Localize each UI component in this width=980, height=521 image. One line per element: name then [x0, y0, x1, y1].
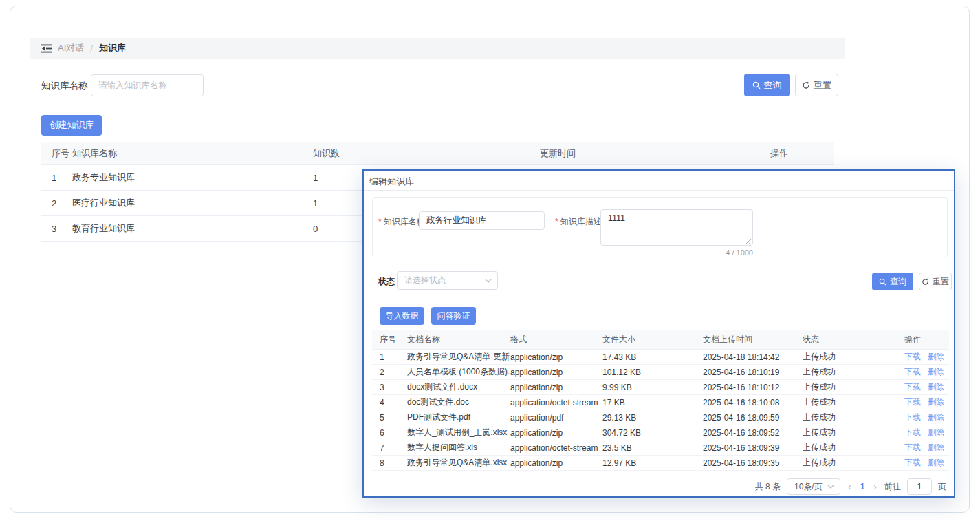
breadcrumb-current: 知识库 [99, 42, 126, 54]
goto-page-input[interactable] [907, 478, 932, 495]
download-link[interactable]: 下载 [904, 412, 921, 423]
download-link[interactable]: 下载 [904, 396, 921, 408]
doc-table-row: 8政务引导常见Q&A清单.xlsxapplication/zip12.97 KB… [372, 456, 949, 471]
doc-table-row: 7数字人提问回答.xlsapplication/octet-stream23.5… [372, 440, 949, 456]
download-link[interactable]: 下载 [904, 351, 921, 363]
page-size-select[interactable]: 10条/页 [787, 478, 840, 495]
edit-kb-dialog: 编辑知识库 *知识库名称 *知识库描述 1111 4 / 1000 状态 请选择… [362, 169, 955, 498]
col-actions: 操作 [770, 147, 834, 160]
search-icon [879, 278, 886, 286]
page-suffix-label: 页 [938, 481, 946, 493]
row-actions: 下载删除 [904, 381, 949, 393]
row-actions: 下载删除 [904, 412, 949, 423]
row-actions: 下载删除 [904, 427, 949, 438]
col-update-time: 更新时间 [540, 147, 770, 160]
query-button[interactable]: 查询 [744, 74, 790, 96]
search-icon [752, 81, 761, 89]
required-mark: * [378, 217, 382, 226]
status-filter-label: 状态 [378, 276, 395, 288]
delete-link[interactable]: 删除 [928, 427, 944, 438]
row-actions: 下载删除 [904, 396, 949, 408]
doc-table-header: 序号 文档名称 格式 文件大小 文档上传时间 状态 操作 [372, 330, 949, 350]
row-actions: 下载删除 [904, 351, 949, 363]
breadcrumb-parent[interactable]: AI对话 [58, 42, 84, 54]
kb-edit-desc-textarea[interactable]: 1111 [600, 209, 753, 246]
goto-label: 前往 [884, 481, 901, 493]
col-kb-count: 知识数 [313, 147, 540, 160]
col-format: 格式 [510, 334, 602, 345]
col-index: 序号 [372, 334, 407, 345]
refresh-icon [922, 278, 929, 286]
doc-table-body: 1政务引导常见Q&A清单-更新.xlsxapplication/zip17.43… [372, 350, 949, 471]
doc-table-row: 5PDF测试文件.pdfapplication/pdf29.13 KB2025-… [372, 410, 949, 425]
doc-table-row: 3docx测试文件.docxapplication/zip9.99 KB2025… [372, 380, 949, 395]
download-link[interactable]: 下载 [904, 427, 921, 438]
dialog-title: 编辑知识库 [369, 176, 414, 188]
doc-table-row: 2人员名单模板 (1000条数据).xlsxapplication/zip101… [372, 365, 949, 380]
kb-edit-desc-label: *知识库描述 [555, 216, 602, 228]
col-index: 序号 [41, 147, 72, 160]
divider [372, 299, 948, 299]
kb-name-label: 知识库名称 [41, 80, 88, 92]
col-file-size: 文件大小 [602, 334, 703, 345]
reset-button[interactable]: 重置 [795, 74, 838, 96]
row-actions: 下载删除 [904, 457, 949, 469]
char-counter: 4 / 1000 [694, 248, 753, 257]
collapse-menu-icon[interactable] [41, 44, 52, 53]
create-kb-button[interactable]: 创建知识库 [41, 115, 102, 136]
download-link[interactable]: 下载 [904, 366, 921, 378]
download-link[interactable]: 下载 [904, 381, 921, 393]
delete-link[interactable]: 删除 [928, 442, 944, 454]
download-link[interactable]: 下载 [904, 442, 921, 454]
kb-name-search-input[interactable] [91, 74, 204, 96]
refresh-icon [802, 81, 810, 89]
kb-edit-name-field[interactable] [419, 211, 545, 230]
kb-edit-name-label: *知识库名称 [378, 216, 425, 228]
download-link[interactable]: 下载 [904, 457, 921, 469]
delete-link[interactable]: 删除 [928, 457, 944, 469]
dialog-reset-button[interactable]: 重置 [919, 273, 952, 290]
kb-edit-name-input[interactable] [419, 211, 545, 230]
delete-link[interactable]: 删除 [928, 412, 944, 423]
delete-link[interactable]: 删除 [928, 381, 944, 393]
total-count: 共 8 条 [755, 481, 781, 493]
doc-table-row: 1政务引导常见Q&A清单-更新.xlsxapplication/zip17.43… [372, 350, 949, 365]
chevron-down-icon [827, 485, 834, 489]
kb-edit-desc-field[interactable]: 1111 [600, 209, 753, 246]
breadcrumb-separator: / [90, 43, 93, 54]
row-actions: 下载删除 [904, 442, 949, 454]
col-kb-name: 知识库名称 [72, 147, 313, 160]
goto-page-field[interactable] [907, 478, 932, 495]
col-upload-time: 文档上传时间 [703, 334, 803, 345]
delete-link[interactable]: 删除 [928, 366, 944, 378]
required-mark: * [555, 217, 558, 226]
col-doc-name: 文档名称 [407, 334, 510, 345]
current-page[interactable]: 1 [859, 482, 867, 491]
chevron-down-icon [485, 279, 492, 283]
row-actions: 下载删除 [904, 366, 949, 378]
prev-page-icon[interactable]: ‹ [847, 481, 853, 492]
kb-table-header: 序号 知识库名称 知识数 更新时间 操作 [41, 142, 834, 165]
doc-table-row: 6数字人_测试用例_王岚.xlsxapplication/zip304.72 K… [372, 425, 949, 440]
qa-verify-button[interactable]: 问答验证 [431, 307, 476, 325]
status-select[interactable]: 请选择状态 [397, 271, 498, 290]
delete-link[interactable]: 删除 [928, 396, 944, 408]
doc-table-row: 4doc测试文件.docapplication/octet-stream17 K… [372, 395, 949, 410]
next-page-icon[interactable]: › [872, 481, 878, 492]
resize-handle-icon[interactable] [745, 237, 751, 244]
kb-name-search-field[interactable] [91, 74, 204, 96]
delete-link[interactable]: 删除 [928, 351, 944, 363]
dialog-query-button[interactable]: 查询 [872, 273, 913, 290]
pagination: 共 8 条 10条/页 ‹ 1 › 前往 页 [755, 478, 946, 495]
breadcrumb: AI对话 / 知识库 [30, 38, 845, 59]
divider [364, 190, 954, 191]
col-actions: 操作 [904, 334, 949, 345]
doc-table: 序号 文档名称 格式 文件大小 文档上传时间 状态 操作 1政务引导常见Q&A清… [372, 330, 949, 471]
col-status: 状态 [803, 334, 904, 345]
divider [41, 107, 833, 107]
import-data-button[interactable]: 导入数据 [380, 307, 424, 325]
